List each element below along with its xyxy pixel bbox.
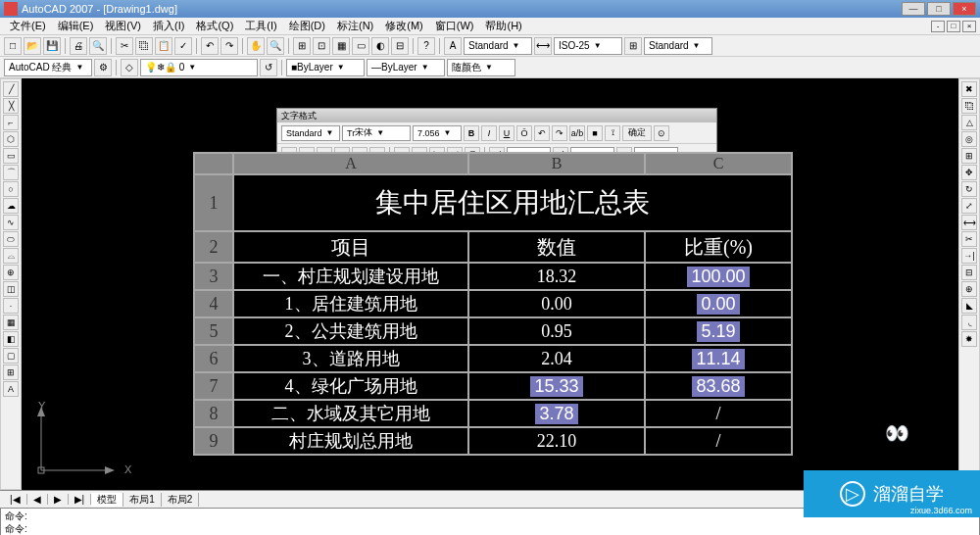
cell-9b[interactable]: 22.10: [468, 427, 645, 455]
save-button[interactable]: 💾: [43, 37, 61, 55]
te-redo-button[interactable]: ↷: [552, 125, 567, 141]
color-select[interactable]: ■ ByLayer▼: [286, 59, 365, 76]
table-corner[interactable]: [194, 153, 233, 174]
spline-tool[interactable]: ∿: [3, 215, 19, 230]
tab-nav-end[interactable]: ▶|: [69, 494, 92, 505]
row-header-7[interactable]: 7: [194, 372, 233, 400]
doc-minimize-button[interactable]: -: [931, 21, 945, 32]
mtext-tool[interactable]: A: [3, 381, 19, 397]
explode-tool[interactable]: ✸: [961, 331, 977, 347]
header-ratio[interactable]: 比重(%): [645, 231, 792, 263]
header-project[interactable]: 项目: [233, 231, 468, 263]
erase-tool[interactable]: ✖: [961, 81, 977, 97]
properties-button[interactable]: ⊞: [293, 37, 311, 55]
layer-prev-button[interactable]: ↺: [260, 59, 277, 76]
cell-5a[interactable]: 2、公共建筑用地: [233, 317, 468, 345]
tab-nav-next[interactable]: ▶: [48, 494, 69, 505]
menu-window[interactable]: 窗口(W): [429, 19, 480, 33]
chamfer-tool[interactable]: ◣: [961, 298, 977, 314]
table-title-cell[interactable]: 集中居住区用地汇总表: [233, 174, 792, 231]
menu-draw[interactable]: 绘图(D): [283, 19, 331, 33]
workspace-select[interactable]: AutoCAD 经典▼: [4, 59, 92, 76]
workspace-settings-button[interactable]: ⚙: [94, 59, 112, 76]
drawing-canvas[interactable]: 文字格式 Standard▼ Tr 宋体▼ 7.056▼ B I U Ō ↶ ↷…: [22, 78, 958, 490]
te-stack-button[interactable]: a/b: [569, 125, 585, 141]
move-tool[interactable]: ✥: [961, 165, 977, 180]
copy-button[interactable]: ⿻: [135, 37, 153, 55]
cut-button[interactable]: ✂: [116, 37, 133, 55]
te-bold-button[interactable]: B: [464, 125, 479, 141]
row-header-6[interactable]: 6: [194, 345, 233, 372]
tab-layout2[interactable]: 布局2: [162, 493, 200, 507]
revcloud-tool[interactable]: ☁: [3, 198, 19, 214]
layer-select[interactable]: 💡❄🔒 0▼: [140, 59, 258, 76]
join-tool[interactable]: ⊕: [961, 281, 977, 297]
menu-format[interactable]: 格式(Q): [190, 19, 239, 33]
redo-button[interactable]: ↷: [220, 37, 238, 55]
cell-4c[interactable]: 0.00: [645, 290, 792, 317]
doc-restore-button[interactable]: □: [947, 21, 960, 32]
rectangle-tool[interactable]: ▭: [3, 148, 19, 164]
arc-tool[interactable]: ⌒: [3, 165, 19, 180]
tab-nav-start[interactable]: |◀: [4, 494, 27, 505]
point-tool[interactable]: ·: [3, 298, 19, 314]
cell-6c[interactable]: 11.14: [645, 345, 792, 372]
pan-button[interactable]: ✋: [247, 37, 265, 55]
insert-tool[interactable]: ⊕: [3, 265, 19, 280]
block-tool[interactable]: ◫: [3, 281, 19, 297]
dim-icon[interactable]: ⟷: [534, 37, 552, 55]
cell-3b[interactable]: 18.32: [468, 263, 645, 290]
tab-layout1[interactable]: 布局1: [123, 493, 162, 507]
col-header-a[interactable]: A: [233, 153, 468, 174]
calc-button[interactable]: ⊟: [391, 37, 409, 55]
menu-edit[interactable]: 编辑(E): [52, 19, 100, 33]
line-tool[interactable]: ╱: [3, 81, 19, 97]
te-undo-button[interactable]: ↶: [534, 125, 550, 141]
style-icon[interactable]: A: [444, 37, 462, 55]
col-header-c[interactable]: C: [645, 153, 792, 174]
ellipsearc-tool[interactable]: ⌓: [3, 248, 19, 264]
land-use-table[interactable]: A B C 1 集中居住区用地汇总表 2 项目 数值 比重(%) 3 一、村庄规…: [193, 152, 793, 456]
menu-view[interactable]: 视图(V): [99, 19, 147, 33]
rotate-tool[interactable]: ↻: [961, 181, 977, 197]
cell-3a[interactable]: 一、村庄规划建设用地: [233, 263, 468, 290]
zoom-button[interactable]: 🔍: [267, 37, 284, 55]
menu-help[interactable]: 帮助(H): [479, 19, 527, 33]
ellipse-tool[interactable]: ⬭: [3, 231, 19, 247]
break-tool[interactable]: ⊟: [961, 265, 977, 280]
cell-7c[interactable]: 83.68: [645, 372, 792, 400]
extend-tool[interactable]: →|: [961, 248, 977, 264]
table-tool[interactable]: ⊞: [3, 365, 19, 380]
close-button[interactable]: ×: [953, 2, 976, 16]
circle-tool[interactable]: ○: [3, 181, 19, 197]
cell-8a[interactable]: 二、水域及其它用地: [233, 400, 468, 427]
toolpalette-button[interactable]: ▦: [332, 37, 350, 55]
te-font-select[interactable]: Tr 宋体▼: [342, 125, 411, 141]
markup-button[interactable]: ◐: [371, 37, 389, 55]
menu-tools[interactable]: 工具(I): [239, 19, 282, 33]
paste-button[interactable]: 📋: [155, 37, 172, 55]
te-underline-button[interactable]: U: [499, 125, 514, 141]
menu-insert[interactable]: 插入(I): [147, 19, 190, 33]
row-header-3[interactable]: 3: [194, 263, 233, 290]
layer-button[interactable]: ◇: [121, 59, 138, 76]
cell-4b[interactable]: 0.00: [468, 290, 645, 317]
copy-tool[interactable]: ⿻: [961, 98, 977, 114]
polygon-tool[interactable]: ⬡: [3, 131, 19, 147]
new-button[interactable]: □: [4, 37, 22, 55]
hatch-tool[interactable]: ▦: [3, 315, 19, 330]
menu-modify[interactable]: 修改(M): [379, 19, 429, 33]
cell-6a[interactable]: 3、道路用地: [233, 345, 468, 372]
row-header-5[interactable]: 5: [194, 317, 233, 345]
designcenter-button[interactable]: ⊡: [313, 37, 330, 55]
te-color-button[interactable]: ■: [587, 125, 603, 141]
doc-close-button[interactable]: ×: [962, 21, 976, 32]
dimstyle-select[interactable]: ISO-25▼: [554, 37, 622, 55]
open-button[interactable]: 📂: [24, 37, 41, 55]
cell-6b[interactable]: 2.04: [468, 345, 645, 372]
pline-tool[interactable]: ⌐: [3, 115, 19, 130]
row-header-9[interactable]: 9: [194, 427, 233, 455]
row-header-2[interactable]: 2: [194, 231, 233, 263]
cell-3c[interactable]: 100.00: [645, 263, 792, 290]
lineweight-select[interactable]: 随颜色▼: [447, 59, 515, 76]
